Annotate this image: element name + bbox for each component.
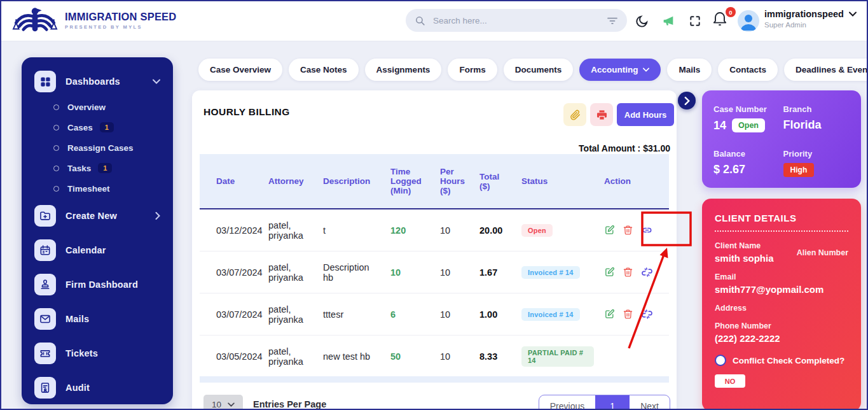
tab-mails[interactable]: Mails	[667, 59, 712, 81]
conflict-no-button[interactable]: NO	[715, 374, 745, 388]
sidebar-item-audit[interactable]: Audit	[22, 371, 173, 404]
search-bar	[406, 9, 627, 32]
client-name-value: smith sophia	[715, 253, 774, 264]
notification-count-badge: 0	[726, 7, 736, 17]
priority-badge: High	[783, 163, 815, 177]
user-menu[interactable]: immigrationspeed Super Admin	[764, 9, 857, 29]
tab-accounting[interactable]: Accounting	[579, 59, 661, 81]
col-time-logged: Time Logged (Min)	[385, 154, 435, 209]
chevron-down-icon	[849, 11, 857, 17]
tab-contacts[interactable]: Contacts	[718, 59, 778, 81]
tab-case-overview[interactable]: Case Overview	[198, 59, 282, 81]
tab-assignments[interactable]: Assignments	[365, 59, 442, 81]
unlink-icon[interactable]	[641, 266, 653, 278]
user-role: Super Admin	[764, 21, 857, 29]
tab-documents[interactable]: Documents	[504, 59, 574, 81]
sidebar-item-firm-dashboard[interactable]: Firm Dashboard	[22, 267, 173, 302]
delete-trash-icon[interactable]	[623, 267, 633, 278]
brand-subtitle: PRESENTED BY MYLS	[65, 24, 176, 30]
next-page-button[interactable]: Next	[630, 395, 670, 410]
entries-per-page-label: Entries Per Page	[253, 399, 326, 409]
audit-icon	[34, 377, 56, 399]
col-total: Total ($)	[474, 154, 516, 209]
sidebar-item-calendar[interactable]: Calendar	[22, 233, 173, 267]
balance-label: Balance	[713, 149, 783, 159]
folder-plus-icon	[34, 205, 56, 227]
tab-case-notes[interactable]: Case Notes	[289, 59, 359, 81]
edit-icon[interactable]	[604, 267, 615, 278]
current-page-button[interactable]: 1	[595, 395, 630, 410]
filter-icon[interactable]	[607, 16, 618, 25]
top-bar: IMMIGRATION SPEED PRESENTED BY MYLS	[1, 1, 867, 41]
announcement-megaphone-icon[interactable]	[659, 11, 678, 31]
add-hours-button[interactable]: Add Hours	[617, 103, 674, 126]
tab-forms[interactable]: Forms	[448, 59, 497, 81]
sidebar-item-cases[interactable]: Cases 1	[22, 117, 173, 138]
search-input[interactable]	[432, 15, 600, 26]
sidebar-item-overview[interactable]: Overview	[22, 97, 173, 117]
sidebar-item-mails[interactable]: Mails	[22, 302, 173, 336]
hourly-billing-card: HOURLY BILLING Add Hours Total Amount : …	[192, 90, 677, 410]
sidebar-nav: Dashboards Overview Cases 1 Reassign Cas…	[22, 57, 173, 404]
notifications-bell-icon[interactable]: 0	[712, 10, 734, 32]
sidebar-item-reassign-cases[interactable]: Reassign Cases	[22, 138, 173, 158]
conflict-check-label: Conflict Check Completed?	[733, 356, 844, 365]
entries-per-page-control: 10 Entries Per Page	[203, 395, 326, 410]
ticket-icon	[34, 343, 56, 364]
chevron-right-icon	[155, 212, 160, 220]
cases-count-badge: 1	[100, 122, 114, 132]
status-badge: Invoiced # 14	[521, 266, 580, 279]
delete-trash-icon[interactable]	[623, 225, 633, 236]
client-details-card: CLIENT DETAILS Client Name smith sophia …	[702, 199, 861, 410]
sidebar-item-timesheet[interactable]: Timesheet	[22, 178, 173, 199]
status-badge: PARTIAL PAID # 14	[521, 346, 594, 367]
edit-icon[interactable]	[604, 225, 615, 236]
case-status-badge: Open	[732, 118, 765, 132]
unlink-icon[interactable]	[641, 308, 653, 320]
sidebar-item-tasks[interactable]: Tasks 1	[22, 158, 173, 178]
link-icon[interactable]	[641, 224, 653, 236]
previous-page-button[interactable]: Previous	[539, 395, 595, 410]
attachment-button[interactable]	[563, 103, 586, 126]
col-attorney: Attorney	[263, 154, 318, 209]
address-label: Address	[715, 304, 848, 313]
fullscreen-icon[interactable]	[685, 11, 705, 31]
dark-mode-moon-icon[interactable]	[632, 11, 651, 31]
client-name-label: Client Name	[715, 241, 774, 250]
phone-value: (222) 222-2222	[715, 333, 848, 344]
case-number-value: 14	[713, 119, 726, 132]
sidebar-item-tickets[interactable]: Tickets	[22, 336, 173, 371]
bullet-icon	[53, 104, 59, 110]
bullet-icon	[53, 166, 59, 171]
pagination: Previous 1 Next	[539, 395, 670, 410]
delete-trash-icon[interactable]	[623, 309, 633, 320]
case-tab-bar: Case Overview Case Notes Assignments For…	[198, 59, 868, 81]
page-title: HOURLY BILLING	[203, 106, 290, 118]
printer-icon	[596, 109, 608, 121]
sidebar-item-create-new[interactable]: Create New	[22, 199, 173, 233]
phone-label: Phone Number	[715, 322, 848, 330]
email-value: smith777@yopmail.com	[715, 284, 848, 295]
client-details-title: CLIENT DETAILS	[715, 213, 848, 223]
conflict-checkbox[interactable]	[715, 355, 726, 366]
conflict-check-row: Conflict Check Completed?	[715, 355, 848, 366]
collapse-panel-button[interactable]	[678, 92, 696, 110]
edit-icon[interactable]	[604, 309, 615, 320]
print-button[interactable]	[590, 103, 613, 126]
eagle-scales-logo-icon	[11, 6, 59, 35]
sidebar-item-dashboards[interactable]: Dashboards	[22, 66, 173, 97]
table-row: 03/07/2024 patel, priyanka tttesr 6 10 1…	[200, 293, 669, 336]
tasks-count-badge: 1	[98, 163, 112, 173]
tab-deadlines-events[interactable]: Deadlines & Events	[784, 59, 868, 81]
status-badge: Open	[521, 224, 553, 237]
branch-value: Florida	[783, 118, 850, 132]
brand-logo[interactable]: IMMIGRATION SPEED PRESENTED BY MYLS	[11, 6, 176, 35]
search-icon	[415, 15, 425, 26]
balance-value: $ 2.67	[713, 163, 783, 176]
billing-table: Date Attorney Description Time Logged (M…	[200, 154, 669, 378]
priority-label: Priority	[783, 149, 850, 159]
case-number-label: Case Number	[713, 104, 783, 114]
user-avatar[interactable]	[738, 10, 759, 32]
entries-per-page-select[interactable]: 10	[203, 395, 243, 410]
table-footer-stripe	[200, 376, 669, 383]
